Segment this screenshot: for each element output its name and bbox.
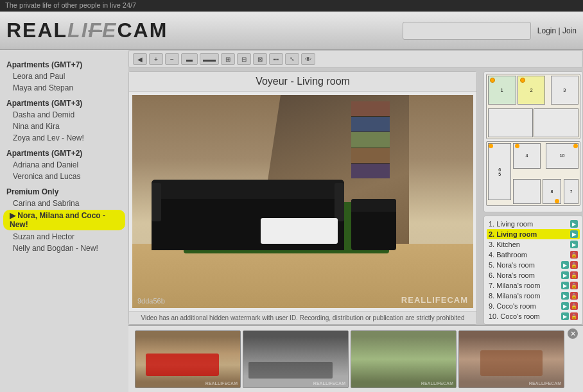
fp-room-3: 3 [551, 76, 579, 105]
layout3-button[interactable]: ⊞ [221, 53, 235, 65]
camera-6-icons: ▶ 🔒 [561, 271, 578, 279]
camera-6-lock-icon: 🔒 [570, 271, 578, 279]
zoom-in-button[interactable]: + [149, 53, 163, 65]
cam-dot-lower-3 [573, 144, 578, 148]
camera-4-lock-icon: 🔒 [570, 251, 578, 259]
floor-plan-lower: 65 4 10 8 7 [486, 141, 580, 207]
camera-9-icons: ▶ 🔒 [561, 302, 578, 310]
sidebar-item-nina-kira[interactable]: Nina and Kira [0, 121, 128, 132]
video-panel: Voyeur - Living room [128, 71, 477, 325]
center-panel: ◀ + − ▬ ▬▬ ⊞ ⊟ ⊠ ▪▪▪ ⤡ 👁 Voyeur - Living… [128, 50, 583, 392]
sidebar-item-nelly-bogdan[interactable]: Nelly and Bogdan - New! [0, 243, 128, 254]
camera-10[interactable]: 10. Coco's room ▶ 🔒 [487, 311, 580, 321]
camera-7-label: 7. Milana's room [489, 282, 540, 289]
cam-dot-lower-2 [515, 144, 519, 148]
camera-6-label: 6. Nora's room [489, 271, 535, 279]
fp-room-extra [534, 108, 579, 137]
thumb-1-watermark: REALLIFECAM [205, 381, 238, 386]
fp-room-lower-2 [513, 179, 541, 205]
camera-9[interactable]: 9. Coco's room ▶ 🔒 [487, 301, 580, 311]
sidebar-item-maya-stepan[interactable]: Maya and Stepan [0, 82, 128, 94]
search-box[interactable] [403, 22, 531, 40]
camera-8-lock-icon: 🔒 [570, 292, 578, 300]
layout4-button[interactable]: ⊟ [237, 53, 251, 65]
camera-9-lock-icon: 🔒 [570, 302, 578, 310]
layout2-button[interactable]: ▬▬ [200, 53, 219, 65]
cam-dot-1 [490, 78, 495, 83]
login-link[interactable]: Login [537, 26, 556, 35]
layout6-button[interactable]: ▪▪▪ [269, 53, 283, 65]
thumb-3-watermark: REALLIFECAM [421, 381, 453, 386]
join-link[interactable]: Join [562, 26, 577, 35]
fp-room-7: 7 [564, 179, 579, 205]
prev-button[interactable]: ◀ [133, 53, 147, 65]
camera-7-icons: ▶ 🔒 [561, 282, 578, 289]
camera-7-lock-icon: 🔒 [570, 282, 578, 289]
floor-plan-upper: 1 2 3 [486, 74, 580, 139]
right-panel: 1 2 3 65 4 10 8 [480, 71, 583, 325]
thumb-2-watermark: REALLIFECAM [313, 381, 345, 386]
camera-1-label: 1. Living room [489, 220, 533, 228]
camera-7[interactable]: 7. Milana's room ▶ 🔒 [487, 280, 580, 291]
header-right: Login | Join [403, 22, 577, 40]
thumbnail-1[interactable]: REALLIFECAM [135, 330, 241, 388]
eye-button[interactable]: 👁 [301, 53, 315, 65]
camera-6[interactable]: 6. Nora's room ▶ 🔒 [487, 270, 580, 280]
table [261, 218, 338, 244]
thumb-4-watermark: REALLIFECAM [529, 381, 561, 386]
logo: REALLIFECAM [6, 19, 168, 42]
camera-5-green-icon: ▶ [561, 261, 569, 269]
fp-hallway [488, 108, 533, 137]
toolbar: ◀ + − ▬ ▬▬ ⊞ ⊟ ⊠ ▪▪▪ ⤡ 👁 [128, 50, 583, 68]
camera-8-label: 8. Milana's room [489, 292, 540, 300]
thumbnail-4[interactable]: REALLIFECAM [458, 330, 564, 388]
camera-1-green-icon: ▶ [570, 220, 578, 228]
camera-2[interactable]: 2. Living room ▶ [487, 229, 580, 239]
camera-9-green-icon: ▶ [561, 302, 569, 310]
thumbnail-items: REALLIFECAM REALLIFECAM REALLIFECAM [128, 327, 583, 391]
sidebar-item-leora-paul[interactable]: Leora and Paul [0, 71, 128, 82]
sidebar-item-zoya-lev[interactable]: Zoya and Lev - New! [0, 132, 128, 144]
camera-2-icons: ▶ [570, 230, 578, 238]
thumbnail-strip: ✕ REALLIFECAM REALLIFECAM REALL [128, 325, 583, 392]
cam-dot-lower-1 [489, 144, 493, 148]
sidebar-item-suzan-hector[interactable]: Suzan and Hector [0, 231, 128, 243]
top-banner: The private life of other people in live… [0, 0, 583, 12]
video-notice: Video has an additional hidden watermark… [129, 311, 476, 324]
chair [351, 199, 396, 250]
camera-10-icons: ▶ 🔒 [561, 312, 578, 320]
video-right-wrap: Voyeur - Living room [128, 71, 583, 325]
camera-1[interactable]: 1. Living room ▶ [487, 219, 580, 229]
camera-8-green-icon: ▶ [561, 292, 569, 300]
sidebar-item-adriana-daniel[interactable]: Adriana and Daniel [0, 159, 128, 171]
camera-3[interactable]: 3. Kitchen ▶ [487, 239, 580, 250]
camera-1-icons: ▶ [570, 220, 578, 228]
sidebar-item-carina-sabrina[interactable]: Carina and Sabrina [0, 198, 128, 209]
fullscreen-button[interactable]: ⤡ [285, 53, 299, 65]
sidebar-item-nora-milana-coco[interactable]: ▶ Nora, Milana and Coco - New! [3, 210, 125, 230]
thumbnail-3[interactable]: REALLIFECAM [351, 330, 457, 388]
camera-list: 1. Living room ▶ 2. Living room ▶ 3. Kit… [483, 216, 583, 325]
sidebar-item-dasha-demid[interactable]: Dasha and Demid [0, 109, 128, 121]
layout5-button[interactable]: ⊠ [253, 53, 267, 65]
camera-8[interactable]: 8. Milana's room ▶ 🔒 [487, 291, 580, 301]
zoom-out-button[interactable]: − [165, 53, 179, 65]
layout1-button[interactable]: ▬ [181, 53, 198, 65]
camera-4[interactable]: 4. Bathroom 🔒 [487, 250, 580, 260]
thumbnail-2[interactable]: REALLIFECAM [243, 330, 349, 388]
sidebar-group-gmt2: Apartments (GMT+2) [0, 146, 128, 159]
camera-10-label: 10. Coco's room [489, 312, 540, 320]
camera-6-green-icon: ▶ [561, 271, 569, 279]
video-main: Voyeur - Living room [128, 71, 477, 325]
camera-9-label: 9. Coco's room [489, 302, 536, 310]
sidebar: Apartments (GMT+7) Leora and Paul Maya a… [0, 50, 128, 392]
bookshelf [351, 101, 390, 178]
video-id: 9dda56b [137, 297, 165, 305]
sidebar-group-premium: Premium Only [0, 185, 128, 198]
camera-5[interactable]: 5. Nora's room ▶ 🔒 [487, 260, 580, 270]
close-thumbnails-button[interactable]: ✕ [568, 328, 578, 339]
sidebar-item-veronica-lucas[interactable]: Veronica and Lucas [0, 171, 128, 182]
banner-text: The private life of other people in live… [5, 1, 136, 9]
camera-5-label: 5. Nora's room [489, 261, 535, 269]
fp-room-lower-1: 65 [488, 143, 511, 201]
